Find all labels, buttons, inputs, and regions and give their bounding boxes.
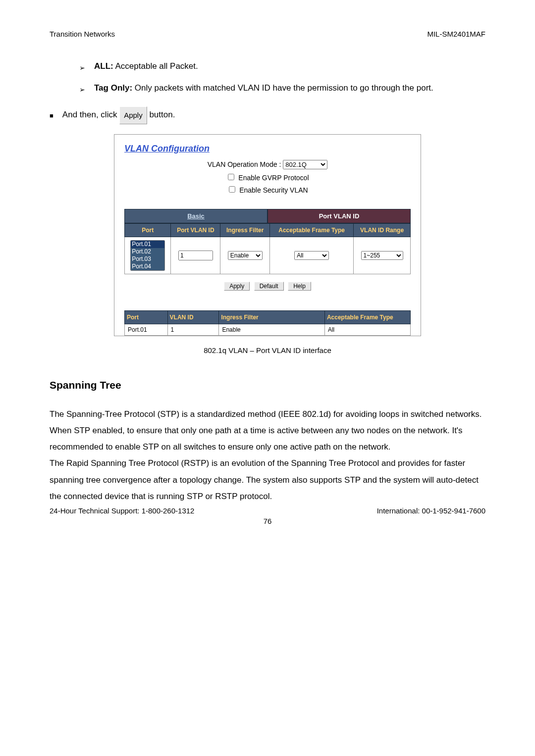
page-footer: 24-Hour Technical Support: 1-800-260-131… [50,506,485,515]
page-header: Transition Networks MIL-SM2401MAF [50,30,485,38]
header-right: MIL-SM2401MAF [427,30,485,38]
security-row: Enable Security VLAN [124,185,411,194]
footer-left: 24-Hour Technical Support: 1-800-260-131… [50,506,194,515]
gvrp-label: Enable GVRP Protocol [238,174,309,182]
square-icon: ■ [50,109,54,122]
th-pvid: Port VLAN ID [171,224,220,237]
tab-row: Basic Port VLAN ID [124,209,411,223]
apply-button[interactable]: Apply [224,282,250,291]
ingress-select[interactable]: Enable [228,251,263,260]
bullet-list: ➢ ALL: Acceptable all Packet. ➢ Tag Only… [79,58,485,97]
vlan-title: VLAN Configuration [124,144,411,154]
rth-accept: Acceptable Frame Type [324,311,410,324]
button-row: Apply Default Help [124,274,411,310]
bullet-tagonly: ➢ Tag Only: Only packets with matched VL… [79,80,485,97]
bullet-andthen-text: And then, click Apply button. [62,106,485,124]
bullet-andthen: ■ And then, click Apply button. [50,106,485,124]
op-mode-label: VLAN Operation Mode : [208,160,281,168]
r-accept: All [324,324,410,336]
range-select[interactable]: 1~255 [361,251,403,260]
security-checkbox[interactable] [229,186,235,193]
apply-button-inline[interactable]: Apply [119,106,147,124]
arrow-icon: ➢ [79,83,85,97]
page-number: 76 [50,517,485,525]
arrow-icon: ➢ [79,61,85,75]
footer-right: International: 00-1-952-941-7600 [377,506,485,515]
security-label: Enable Security VLAN [239,186,308,194]
bullet-tagonly-text: Tag Only: Only packets with matched VLAN… [94,80,485,97]
default-button[interactable]: Default [254,282,284,291]
bullet-all: ➢ ALL: Acceptable all Packet. [79,58,485,75]
pvid-input[interactable] [178,251,213,260]
accept-select[interactable]: All [294,251,329,260]
op-mode-select[interactable]: 802.1Q [283,160,327,169]
r-vlanid: 1 [167,324,219,336]
config-row: Port.01 Port.02 Port.03 Port.04 Enable A… [125,237,411,274]
th-ingress: Ingress Filter [220,224,270,237]
tab-basic[interactable]: Basic [124,209,268,223]
config-table: Port Port VLAN ID Ingress Filter Accepta… [124,223,411,274]
section-title: Spanning Tree [50,379,485,391]
vlan-screenshot: VLAN Configuration VLAN Operation Mode :… [114,134,421,336]
body-text: The Spanning-Tree Protocol (STP) is a st… [50,406,485,504]
rth-ingress: Ingress Filter [219,311,324,324]
rth-port: Port [125,311,168,324]
tab-portvlan[interactable]: Port VLAN ID [268,209,411,223]
figure-caption: 802.1q VLAN – Port VLAN ID interface [50,346,485,354]
result-table: Port VLAN ID Ingress Filter Acceptable F… [124,310,411,336]
r-ingress: Enable [219,324,324,336]
r-port: Port.01 [125,324,168,336]
port-listbox[interactable]: Port.01 Port.02 Port.03 Port.04 [130,240,165,271]
th-accept: Acceptable Frame Type [270,224,354,237]
gvrp-checkbox[interactable] [228,174,234,180]
result-row: Port.01 1 Enable All [125,324,411,336]
header-left: Transition Networks [50,30,115,38]
th-port: Port [125,224,171,237]
gvrp-row: Enable GVRP Protocol [124,172,411,182]
th-range: VLAN ID Range [354,224,411,237]
rth-vlanid: VLAN ID [167,311,219,324]
help-button[interactable]: Help [288,282,311,291]
bullet-all-text: ALL: Acceptable all Packet. [94,58,485,75]
op-mode-row: VLAN Operation Mode : 802.1Q [124,160,411,169]
